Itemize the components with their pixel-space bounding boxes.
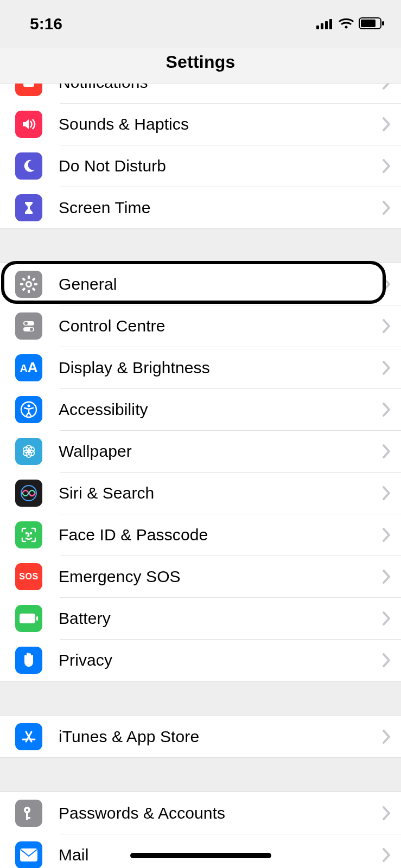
- moon-icon: [15, 152, 42, 180]
- settings-row-label: Passwords & Accounts: [59, 804, 381, 822]
- chevron-right-icon: [381, 360, 391, 376]
- settings-scroll[interactable]: NotificationsSounds & HapticsDo Not Dist…: [0, 84, 401, 868]
- status-bar: 5:16: [0, 0, 401, 48]
- battery-icon: [359, 15, 385, 33]
- speaker-icon: [15, 111, 42, 138]
- settings-battery[interactable]: Battery: [0, 597, 401, 639]
- home-indicator[interactable]: [130, 853, 271, 858]
- svg-rect-11: [28, 276, 30, 279]
- chevron-right-icon: [381, 847, 391, 863]
- settings-group: iTunes & App Store: [0, 715, 401, 758]
- chevron-right-icon: [381, 84, 391, 91]
- svg-point-25: [28, 404, 30, 407]
- toggles-icon: [15, 312, 42, 340]
- chevron-right-icon: [381, 805, 391, 821]
- svg-rect-17: [20, 283, 23, 285]
- settings-accessibility[interactable]: Accessibility: [0, 388, 401, 430]
- settings-privacy[interactable]: Privacy: [0, 639, 401, 681]
- battery-icon: [15, 605, 42, 632]
- settings-row-label: Screen Time: [59, 199, 381, 217]
- settings-notifications[interactable]: Notifications: [0, 84, 401, 103]
- chevron-right-icon: [381, 158, 391, 174]
- appstore-icon: [15, 723, 42, 750]
- wifi-icon: [338, 15, 354, 33]
- svg-rect-15: [28, 290, 30, 293]
- status-indicators: [316, 15, 385, 33]
- settings-row-label: Face ID & Passcode: [59, 526, 381, 544]
- settings-display-brightness[interactable]: AADisplay & Brightness: [0, 347, 401, 388]
- settings-row-label: Emergency SOS: [59, 567, 381, 586]
- chevron-right-icon: [381, 729, 391, 745]
- settings-row-label: Control Centre: [59, 317, 381, 335]
- svg-point-23: [30, 328, 33, 331]
- nav-header: Settings: [0, 48, 401, 84]
- svg-rect-16: [22, 287, 26, 291]
- svg-point-19: [27, 283, 30, 286]
- settings-group: GeneralControl CentreAADisplay & Brightn…: [0, 263, 401, 681]
- hourglass-icon: [15, 194, 42, 221]
- settings-row-label: Sounds & Haptics: [59, 115, 381, 133]
- svg-point-4: [345, 26, 348, 29]
- svg-rect-2: [325, 21, 328, 29]
- settings-row-label: Privacy: [59, 651, 381, 669]
- settings-itunes-app-store[interactable]: iTunes & App Store: [0, 716, 401, 757]
- chevron-right-icon: [381, 401, 391, 418]
- settings-general[interactable]: General: [0, 263, 401, 305]
- svg-rect-0: [316, 25, 319, 29]
- settings-screen-time[interactable]: Screen Time: [0, 187, 401, 228]
- svg-point-34: [26, 533, 27, 534]
- chevron-right-icon: [381, 569, 391, 585]
- settings-row-label: iTunes & App Store: [59, 727, 381, 746]
- svg-point-39: [26, 808, 28, 810]
- svg-rect-3: [329, 19, 332, 29]
- settings-row-label: Display & Brightness: [59, 359, 381, 377]
- svg-rect-8: [23, 84, 34, 87]
- svg-rect-1: [321, 23, 323, 29]
- status-time: 5:16: [30, 15, 62, 33]
- svg-rect-18: [22, 277, 26, 281]
- page-title: Settings: [166, 52, 235, 72]
- settings-mail[interactable]: Mail: [0, 834, 401, 868]
- svg-rect-6: [361, 20, 375, 27]
- settings-row-label: Notifications: [59, 84, 381, 92]
- siri-icon: [15, 480, 42, 507]
- settings-control-centre[interactable]: Control Centre: [0, 305, 401, 347]
- chevron-right-icon: [381, 610, 391, 627]
- accessibility-icon: [15, 396, 42, 423]
- chevron-right-icon: [381, 200, 391, 216]
- settings-row-label: Accessibility: [59, 400, 381, 419]
- svg-rect-36: [20, 614, 35, 623]
- key-icon: [15, 800, 42, 827]
- svg-rect-41: [26, 817, 30, 819]
- svg-rect-14: [32, 287, 36, 291]
- settings-group: NotificationsSounds & HapticsDo Not Dist…: [0, 84, 401, 229]
- settings-row-label: General: [59, 275, 381, 293]
- hand-icon: [15, 647, 42, 674]
- chevron-right-icon: [381, 527, 391, 543]
- settings-row-label: Wallpaper: [59, 442, 381, 461]
- settings-emergency-sos[interactable]: SOSEmergency SOS: [0, 556, 401, 597]
- settings-wallpaper[interactable]: Wallpaper: [0, 430, 401, 472]
- chevron-right-icon: [381, 443, 391, 459]
- face-id-icon: [15, 521, 42, 548]
- aa-icon: AA: [15, 354, 42, 381]
- settings-face-id[interactable]: Face ID & Passcode: [0, 514, 401, 556]
- settings-siri-search[interactable]: Siri & Search: [0, 472, 401, 514]
- sos-icon: SOS: [15, 563, 42, 590]
- settings-do-not-disturb[interactable]: Do Not Disturb: [0, 145, 401, 187]
- cellular-signal-icon: [316, 15, 334, 33]
- mail-icon: [15, 841, 42, 869]
- svg-rect-37: [36, 616, 38, 621]
- settings-sounds-haptics[interactable]: Sounds & Haptics: [0, 103, 401, 145]
- svg-point-35: [30, 533, 31, 534]
- settings-row-label: Battery: [59, 609, 381, 628]
- settings-passwords-accounts[interactable]: Passwords & Accounts: [0, 792, 401, 834]
- flower-icon: [15, 438, 42, 465]
- chevron-right-icon: [381, 652, 391, 668]
- notifications-icon: [15, 84, 42, 96]
- svg-rect-7: [382, 21, 384, 25]
- chevron-right-icon: [381, 318, 391, 334]
- svg-rect-42: [20, 848, 37, 861]
- settings-row-label: Siri & Search: [59, 484, 381, 502]
- svg-rect-13: [34, 283, 37, 285]
